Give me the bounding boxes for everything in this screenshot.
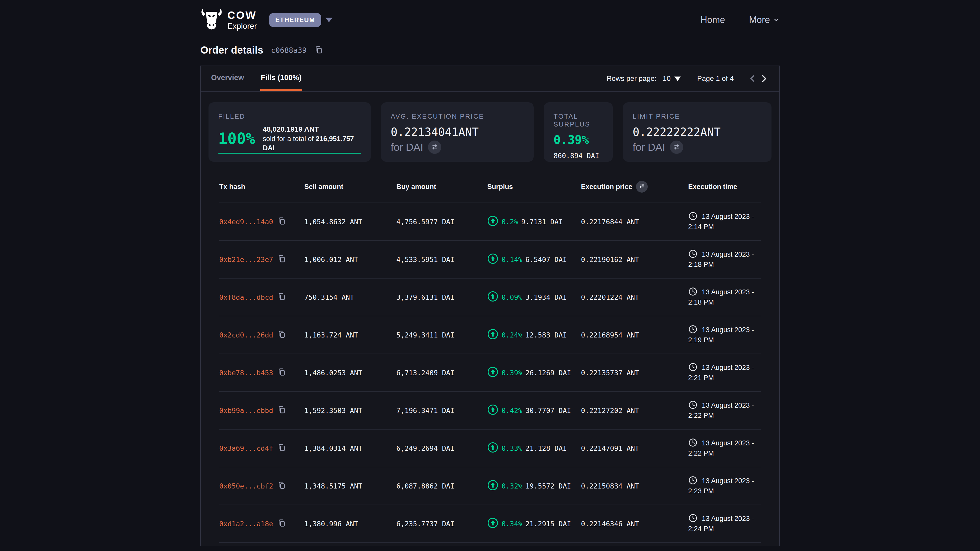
execution-price: 0.22147091 ANT bbox=[581, 445, 688, 452]
execution-price: 0.22176844 ANT bbox=[581, 218, 688, 226]
page-title: Order details bbox=[200, 44, 263, 56]
surplus-percent: 0.24% bbox=[501, 331, 522, 339]
tx-hash-link[interactable]: 0x4ed9...14a0 bbox=[219, 218, 273, 226]
cow-explorer-logo[interactable]: COW Explorer bbox=[200, 9, 257, 31]
copy-icon[interactable] bbox=[277, 292, 286, 303]
copy-icon[interactable] bbox=[277, 481, 286, 491]
tx-hash-link[interactable]: 0xb99a...ebbd bbox=[219, 407, 273, 414]
table-row: 0x4ed9...14a0 1,054.8632 ANT 4,756.5977 … bbox=[219, 203, 761, 241]
invert-price-column-button[interactable] bbox=[636, 181, 648, 192]
limit-price-label: LIMIT PRICE bbox=[633, 113, 762, 121]
surplus-up-icon bbox=[487, 291, 498, 304]
rows-per-page-select[interactable]: 10 bbox=[663, 75, 681, 83]
table-row: 0x3a69...cd4f 1,384.0314 ANT 6,249.2694 … bbox=[219, 430, 761, 467]
nav-more[interactable]: More bbox=[749, 14, 780, 25]
clock-icon bbox=[688, 288, 702, 296]
sell-amount: 1,592.3503 ANT bbox=[304, 407, 396, 414]
tab-fills[interactable]: Fills (100%) bbox=[260, 66, 302, 91]
logo-word-explorer: Explorer bbox=[228, 22, 257, 30]
col-tx-hash: Tx hash bbox=[219, 183, 304, 191]
avg-price-label: AVG. EXECUTION PRICE bbox=[391, 113, 524, 121]
network-selector[interactable]: ETHEREUM bbox=[269, 13, 332, 27]
copy-icon[interactable] bbox=[277, 330, 286, 340]
tx-hash-link[interactable]: 0xf8da...dbcd bbox=[219, 293, 273, 301]
table-row: 0xf8da...dbcd 750.3154 ANT 3,379.6131 DA… bbox=[219, 279, 761, 316]
surplus-up-icon bbox=[487, 329, 498, 341]
main-nav: Home More bbox=[700, 14, 780, 25]
order-panel: Overview Fills (100%) Rows per page: 10 … bbox=[200, 65, 780, 546]
filled-sold-total: sold for a total of 216,951.757 DAI bbox=[263, 134, 361, 153]
filled-card: FILLED 100% 48,020.1919 ANT sold for a t… bbox=[208, 102, 371, 162]
copy-icon[interactable] bbox=[277, 368, 286, 378]
copy-icon[interactable] bbox=[277, 254, 286, 265]
surplus-amount: 30.7707 DAI bbox=[525, 407, 571, 414]
cow-head-icon bbox=[200, 9, 223, 31]
copy-icon[interactable] bbox=[277, 443, 286, 454]
tx-hash-link[interactable]: 0x050e...cbf2 bbox=[219, 482, 273, 490]
clock-icon bbox=[688, 402, 702, 409]
surplus-amount: 6.5407 DAI bbox=[525, 256, 567, 264]
avg-price-value: 0.22134041ANT bbox=[391, 125, 524, 138]
tx-hash-link[interactable]: 0xb21e...23e7 bbox=[219, 256, 273, 264]
total-surplus-card: TOTAL SURPLUS 0.39% 860.894 DAI bbox=[544, 102, 613, 162]
surplus-percent: 0.39% bbox=[501, 369, 522, 377]
execution-price: 0.22135737 ANT bbox=[581, 369, 688, 377]
execution-price: 0.22190162 ANT bbox=[581, 256, 688, 264]
total-surplus-label: TOTAL SURPLUS bbox=[554, 113, 603, 128]
pagination-controls: Rows per page: 10 Page 1 of 4 bbox=[607, 66, 770, 91]
table-row: 0xb21e...23e7 1,006.012 ANT 4,533.5951 D… bbox=[219, 241, 761, 279]
surplus-up-icon bbox=[487, 442, 498, 455]
surplus-up-icon bbox=[487, 253, 498, 266]
surplus-amount: 19.5572 DAI bbox=[525, 482, 571, 490]
surplus-amount: 9.7131 DAI bbox=[521, 218, 563, 226]
sell-amount: 1,163.724 ANT bbox=[304, 331, 396, 339]
tabs-row: Overview Fills (100%) Rows per page: 10 … bbox=[201, 66, 779, 92]
sell-amount: 750.3154 ANT bbox=[304, 293, 396, 301]
nav-home[interactable]: Home bbox=[700, 14, 725, 25]
copy-icon[interactable] bbox=[277, 217, 286, 227]
invert-price-button[interactable] bbox=[670, 141, 683, 154]
surplus-percent: 0.32% bbox=[501, 482, 522, 490]
tx-hash-link[interactable]: 0xd1a2...a18e bbox=[219, 520, 273, 528]
network-badge[interactable]: ETHEREUM bbox=[269, 13, 321, 27]
col-execution-time: Execution time bbox=[688, 183, 761, 191]
table-row: 0x050e...cbf2 1,348.5175 ANT 6,087.8862 … bbox=[219, 467, 761, 505]
next-page-button[interactable] bbox=[758, 73, 770, 84]
copy-icon[interactable] bbox=[277, 519, 286, 529]
avg-execution-price-card: AVG. EXECUTION PRICE 0.22134041ANT for D… bbox=[381, 102, 534, 162]
clock-icon bbox=[688, 326, 702, 333]
surplus-percent: 0.33% bbox=[501, 445, 522, 452]
sell-amount: 1,486.0253 ANT bbox=[304, 369, 396, 377]
execution-price: 0.22168954 ANT bbox=[581, 331, 688, 339]
tx-hash-link[interactable]: 0x3a69...cd4f bbox=[219, 445, 273, 452]
buy-amount: 5,249.3411 DAI bbox=[396, 331, 487, 339]
table-row: 0xd1a2...a18e 1,380.996 ANT 6,235.7737 D… bbox=[219, 505, 761, 543]
table-header-row: Tx hash Sell amount Buy amount Surplus E… bbox=[219, 171, 761, 203]
tx-hash-link[interactable]: 0x2cd0...26dd bbox=[219, 331, 273, 339]
surplus-percent: 0.14% bbox=[501, 256, 522, 264]
caret-down-icon bbox=[674, 76, 681, 81]
chevron-down-icon bbox=[773, 17, 780, 23]
clock-icon bbox=[688, 515, 702, 522]
logo-word-cow: COW bbox=[228, 10, 257, 21]
buy-amount: 6,713.2409 DAI bbox=[396, 369, 487, 377]
buy-amount: 4,756.5977 DAI bbox=[396, 218, 487, 226]
tab-overview[interactable]: Overview bbox=[210, 66, 245, 91]
table-row: 0xb99a...ebbd 1,592.3503 ANT 7,196.3471 … bbox=[219, 392, 761, 430]
surplus-up-icon bbox=[487, 480, 498, 492]
copy-icon[interactable] bbox=[314, 45, 323, 55]
buy-amount: 6,249.2694 DAI bbox=[396, 445, 487, 452]
prev-page-button[interactable] bbox=[747, 73, 758, 84]
clock-icon bbox=[688, 213, 702, 221]
limit-price-card: LIMIT PRICE 0.22222222ANT for DAI bbox=[623, 102, 772, 162]
tx-hash-link[interactable]: 0xbe78...b453 bbox=[219, 369, 273, 377]
avg-price-unit: for DAI bbox=[391, 141, 423, 153]
title-row: Order details c0688a39 bbox=[200, 44, 780, 56]
surplus-up-icon bbox=[487, 215, 498, 228]
surplus-up-icon bbox=[487, 366, 498, 380]
execution-price: 0.22146346 ANT bbox=[581, 520, 688, 528]
copy-icon[interactable] bbox=[277, 405, 286, 416]
stat-cards: FILLED 100% 48,020.1919 ANT sold for a t… bbox=[208, 102, 772, 162]
invert-price-button[interactable] bbox=[428, 141, 441, 154]
execution-price: 0.22127202 ANT bbox=[581, 407, 688, 414]
